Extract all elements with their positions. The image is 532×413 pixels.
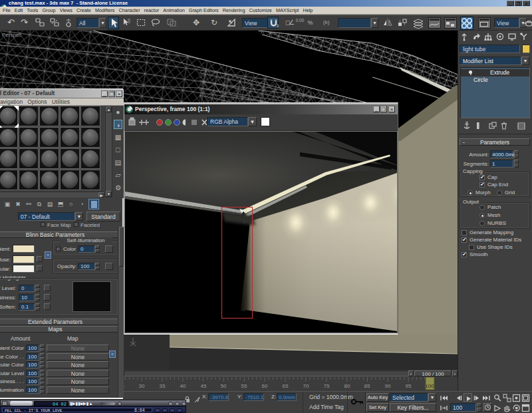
svg-text:40: 40 [180,383,186,389]
svg-text:50: 50 [221,383,227,389]
svg-text:95: 95 [406,383,412,389]
svg-text:80: 80 [344,383,350,389]
svg-text:3: 3 [277,24,279,28]
svg-text:60: 60 [262,383,268,389]
svg-text:90: 90 [385,383,391,389]
svg-text:65: 65 [283,383,289,389]
svg-text:45: 45 [201,383,207,389]
svg-text:55: 55 [241,383,247,389]
svg-text:85: 85 [364,383,370,389]
svg-text:30: 30 [139,383,145,389]
svg-text:100: 100 [425,383,434,389]
svg-text:35: 35 [160,383,166,389]
svg-text:75: 75 [324,383,330,389]
svg-text:70: 70 [303,383,309,389]
